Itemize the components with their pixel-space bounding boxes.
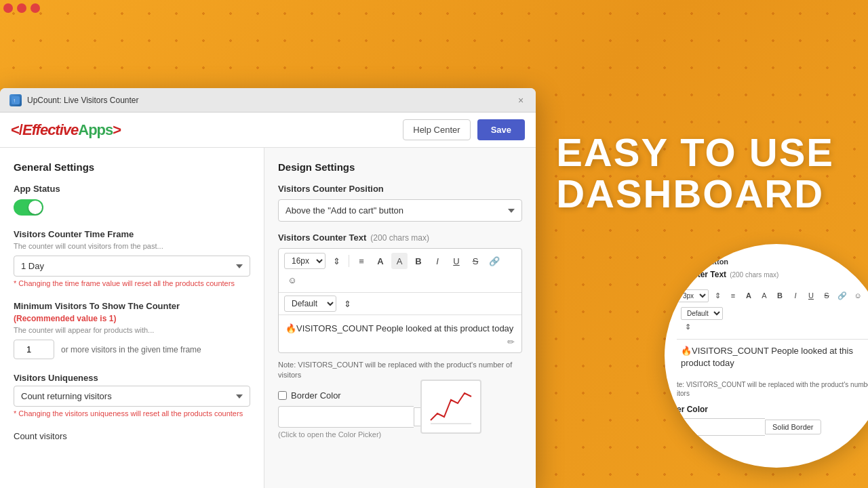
time-frame-group: Visitors Counter Time Frame The counter …	[14, 229, 250, 287]
color-preview-box[interactable]	[278, 406, 414, 428]
color-input-row: Solid Border	[278, 406, 522, 428]
zoom-fire-emoji: 🔥	[681, 346, 692, 356]
zoom-highlight-btn[interactable]: A	[757, 289, 771, 302]
editor-content[interactable]: 🔥VISITORS_COUNT People looked at this pr…	[279, 315, 521, 352]
uniqueness-group: Visitors Uniqueness Count returning visi…	[14, 373, 250, 418]
toolbar-bold-btn[interactable]: B	[410, 253, 427, 269]
red-dot-3	[31, 3, 40, 13]
toolbar-divider-1	[349, 255, 349, 267]
zoom-align-btn[interactable]: ≡	[726, 289, 740, 302]
min-visitors-input[interactable]	[14, 340, 54, 359]
general-settings-title: General Settings	[14, 161, 250, 173]
zoom-border-title: er Color	[677, 405, 868, 414]
zoom-color-btn[interactable]: A	[742, 289, 755, 302]
zoom-chars-max: (200 chars max)	[730, 271, 778, 279]
uniqueness-label: Visitors Uniqueness	[14, 373, 250, 383]
counter-text-label: Visitors Counter Text	[278, 232, 366, 243]
zoom-strike-btn[interactable]: S	[820, 289, 833, 302]
zoom-font-stepper[interactable]: ⇕	[681, 320, 694, 333]
logo: </ Effective Apps >	[11, 121, 121, 139]
position-select[interactable]: Above the "Add to cart" button Below the…	[278, 199, 522, 222]
time-frame-label: Visitors Counter Time Frame	[14, 229, 250, 239]
zoom-editor-content: 🔥VISITORS_COUNT People looked at this pr…	[677, 339, 868, 375]
zoom-note-text: te: VISITORS_COUNT will be replaced with…	[677, 380, 868, 398]
window-close-button[interactable]: ×	[515, 95, 526, 106]
editor-toolbar-row2: Default Arial Georgia ⇕	[279, 293, 521, 315]
window-app-icon: ↑	[9, 94, 22, 106]
zoom-stepper-btn[interactable]: ⇕	[711, 289, 724, 302]
toolbar-italic-btn[interactable]: I	[429, 253, 446, 269]
min-visitors-sublabel: The counter will appear for products wit…	[14, 326, 250, 334]
zoom-solid-btn[interactable]: Solid Border	[765, 420, 821, 434]
uniqueness-warning: * Changing the visitors uniqueness will …	[14, 409, 250, 418]
min-visitors-suffix: or more visitors in the given time frame	[61, 345, 201, 354]
zoom-italic-btn[interactable]: I	[789, 289, 802, 302]
header-actions: Help Center Save	[403, 119, 525, 140]
font-size-select[interactable]: 16px 12px 14px 18px 20px	[284, 253, 326, 269]
zoom-toolbar: 3px ⇕ ≡ A A B I U S 🔗 ☺	[677, 289, 868, 302]
design-settings-title: Design Settings	[278, 161, 522, 173]
toolbar-underline-btn[interactable]: U	[448, 253, 465, 269]
promo-line1: EASY TO USE	[556, 132, 834, 174]
font-family-select[interactable]: Default Arial Georgia	[284, 296, 336, 312]
promo-line2: DASHBOARD	[556, 174, 834, 215]
count-visitors-row: Count visitors	[14, 431, 250, 441]
red-dots-decoration	[3, 3, 40, 13]
zoom-emoji-btn[interactable]: ☺	[851, 289, 865, 302]
min-visitors-group: Minimum Visitors To Show The Counter (Re…	[14, 301, 250, 359]
position-label: Visitors Counter Position	[278, 184, 522, 194]
logo-bracket-open: </	[11, 121, 22, 139]
editor-toolbar-row1: 16px 12px 14px 18px 20px ⇕ ≡ A A B I U S	[279, 249, 521, 293]
zoom-font-select[interactable]: Default	[681, 307, 723, 320]
toolbar-highlight-btn[interactable]: A	[391, 253, 408, 269]
toggle-container	[14, 199, 250, 216]
edit-icon[interactable]: ✏	[507, 336, 515, 349]
toggle-knob	[28, 201, 42, 214]
logo-apps: Apps	[78, 121, 113, 139]
toolbar-strike-btn[interactable]: S	[467, 253, 484, 269]
toolbar-align-btn[interactable]: ≡	[353, 253, 370, 269]
zoom-underline-btn[interactable]: U	[804, 289, 818, 302]
left-panel: General Settings App Status Visitors Cou…	[0, 148, 264, 488]
logo-bracket-close: >	[113, 121, 121, 139]
red-dot-1	[3, 3, 13, 13]
time-frame-sublabel: The counter will count visitors from the…	[14, 242, 250, 250]
border-color-checkbox-label[interactable]: Border Color	[278, 390, 522, 401]
note-text: Note: VISITORS_COUNT will be replaced wi…	[278, 360, 522, 381]
toolbar-link-btn[interactable]: 🔗	[486, 253, 502, 269]
recommended-label: (Recommended value is 1)	[14, 314, 250, 323]
uniqueness-select[interactable]: Count returning visitors Count unique vi…	[14, 386, 250, 407]
logo-effective: Effective	[22, 121, 78, 139]
border-color-checkbox[interactable]	[278, 391, 287, 400]
app-status-label: App Status	[14, 184, 250, 194]
red-dot-2	[17, 3, 26, 13]
app-status-toggle[interactable]	[14, 199, 43, 216]
border-color-label: Border Color	[291, 390, 341, 401]
toolbar-color-btn[interactable]: A	[372, 253, 389, 269]
svg-text:↑: ↑	[13, 98, 16, 104]
help-center-button[interactable]: Help Center	[403, 119, 470, 140]
time-frame-warning: * Changing the time frame value will res…	[14, 279, 250, 287]
time-frame-select[interactable]: 1 Day 2 Days 3 Days 7 Days 14 Days	[14, 256, 250, 277]
click-hint: (Click to open the Color Picker)	[278, 430, 522, 439]
number-row: or more visitors in the given time frame	[14, 340, 250, 359]
count-visitors-label: Count visitors	[14, 431, 67, 441]
chart-thumbnail	[420, 380, 481, 434]
window-title: UpCount: Live Visitors Counter	[27, 96, 510, 105]
right-panel: Design Settings Visitors Counter Positio…	[264, 148, 536, 488]
visitors-count-text: VISITORS_COUNT People looked at this pro…	[296, 323, 513, 333]
window-titlebar: ↑ UpCount: Live Visitors Counter ×	[0, 88, 536, 113]
toolbar-font-stepper[interactable]: ⇕	[339, 296, 355, 312]
zoom-visitors-text: VISITORS_COUNT People looked at this pro…	[681, 346, 853, 368]
toolbar-size-stepper[interactable]: ⇕	[328, 253, 344, 269]
content-area: General Settings App Status Visitors Cou…	[0, 148, 536, 488]
min-visitors-label: Minimum Visitors To Show The Counter	[14, 301, 250, 311]
fire-emoji: 🔥	[285, 323, 296, 333]
toolbar-emoji-btn[interactable]: ☺	[284, 272, 300, 288]
zoom-bold-btn[interactable]: B	[773, 289, 787, 302]
save-button[interactable]: Save	[477, 119, 525, 140]
counter-text-chars: (200 chars max)	[370, 233, 429, 243]
text-editor-box: 16px 12px 14px 18px 20px ⇕ ≡ A A B I U S	[278, 248, 522, 353]
zoom-link-btn[interactable]: 🔗	[835, 289, 849, 302]
promo-text-block: EASY TO USE DASHBOARD	[556, 132, 834, 215]
